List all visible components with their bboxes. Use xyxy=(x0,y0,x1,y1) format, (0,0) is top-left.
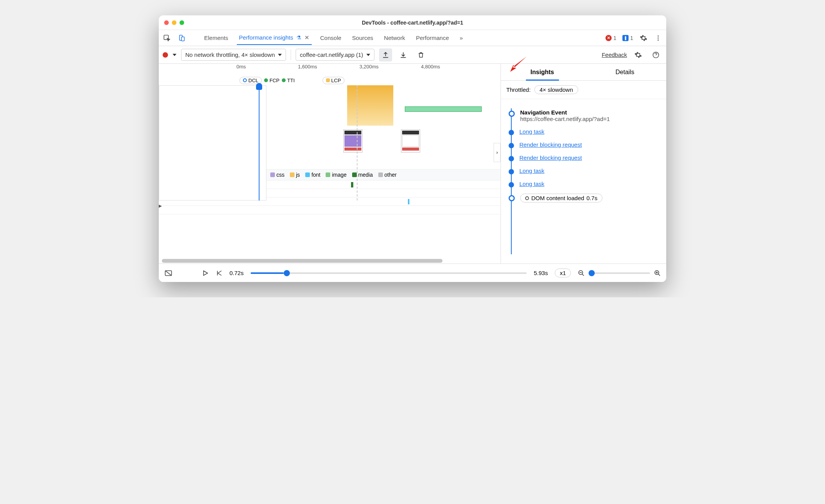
message-count: 1 xyxy=(630,35,633,41)
toolbar: No network throttling, 4× slowdown coffe… xyxy=(159,46,666,64)
bullet-icon xyxy=(509,169,514,174)
bullet-icon xyxy=(509,130,514,135)
insight-link[interactable]: Long task xyxy=(519,181,544,187)
marker-fcp[interactable]: FCP xyxy=(264,78,279,83)
panel-settings-icon[interactable] xyxy=(632,48,645,61)
tab-performance-insights[interactable]: Performance insights ⚗ ✕ xyxy=(237,31,312,45)
nav-event-title: Navigation Event xyxy=(520,109,610,116)
h-scrollbar[interactable] xyxy=(159,258,501,264)
insight-item[interactable]: Long task xyxy=(509,128,661,135)
traffic-lights xyxy=(164,20,184,25)
settings-icon[interactable] xyxy=(639,34,648,42)
insight-dcl[interactable]: DOM content loaded 0.7s xyxy=(509,194,661,202)
filmstrip-blank xyxy=(159,85,266,201)
ruler-tick: 3,200ms xyxy=(357,64,419,75)
tab-sources[interactable]: Sources xyxy=(350,32,376,45)
screenshot-thumb[interactable] xyxy=(343,129,363,153)
inspect-icon[interactable] xyxy=(163,34,171,42)
zoom-controls xyxy=(578,270,661,277)
greenblock[interactable] xyxy=(405,106,482,112)
marker-tti[interactable]: TTI xyxy=(282,78,295,83)
minimize-window-icon[interactable] xyxy=(172,20,176,25)
flask-icon: ⚗ xyxy=(296,35,301,41)
insight-item[interactable]: Render blocking request xyxy=(509,154,661,161)
record-button[interactable] xyxy=(163,52,168,58)
insight-link[interactable]: Render blocking request xyxy=(519,154,582,161)
tab-more[interactable]: » xyxy=(457,32,465,45)
target-select[interactable]: coffee-cart.netlify.app (1) xyxy=(296,49,374,61)
overview-track[interactable]: css js font image media other › xyxy=(159,85,501,201)
toggle-visibility-icon[interactable] xyxy=(164,269,173,277)
chevron-down-icon xyxy=(366,53,370,57)
chevron-down-icon xyxy=(278,53,282,57)
bullet-icon xyxy=(509,111,515,117)
bullet-icon xyxy=(509,156,514,161)
rewind-icon[interactable] xyxy=(216,270,223,277)
insight-link[interactable]: Long task xyxy=(519,167,544,174)
marker-row: DCL FCP TTI LCP xyxy=(159,75,501,85)
tab-details[interactable]: Details xyxy=(584,64,666,80)
help-icon[interactable] xyxy=(649,48,662,61)
tab-network[interactable]: Network xyxy=(382,32,408,45)
insight-navigation[interactable]: Navigation Event https://coffee-cart.net… xyxy=(509,109,661,122)
message-icon: ❚ xyxy=(622,35,629,41)
timeline-panel: 0ms 1,600ms 3,200ms 4,800ms DCL FCP TTI … xyxy=(159,64,501,264)
main-area: 0ms 1,600ms 3,200ms 4,800ms DCL FCP TTI … xyxy=(159,64,666,264)
insight-link[interactable]: Render blocking request xyxy=(519,141,582,148)
scrubber[interactable] xyxy=(251,272,527,274)
delete-button[interactable] xyxy=(414,48,427,61)
marker-lcp[interactable]: LCP xyxy=(323,77,344,84)
ruler-tick: 0ms xyxy=(234,64,296,75)
error-badge[interactable]: ✕ 1 xyxy=(605,35,616,41)
annotation-arrow-icon xyxy=(509,56,529,73)
throttle-label: Throttled: xyxy=(506,86,531,93)
svg-rect-2 xyxy=(181,37,185,41)
close-window-icon[interactable] xyxy=(164,20,169,25)
expand-sidebar-icon[interactable]: › xyxy=(494,143,501,162)
tab-elements[interactable]: Elements xyxy=(202,32,231,45)
insight-item[interactable]: Long task xyxy=(509,167,661,174)
feedback-link[interactable]: Feedback xyxy=(602,51,627,58)
marker-line xyxy=(357,85,358,201)
zoom-in-icon[interactable] xyxy=(654,270,661,277)
zoom-out-icon[interactable] xyxy=(578,270,585,277)
error-icon: ✕ xyxy=(605,35,612,41)
throttling-value: No network throttling, 4× slowdown xyxy=(185,51,275,58)
insights-list: Navigation Event https://coffee-cart.net… xyxy=(501,99,666,264)
tab-console[interactable]: Console xyxy=(318,32,344,45)
ruler-tick: 4,800ms xyxy=(419,64,480,75)
close-tab-icon[interactable]: ✕ xyxy=(304,34,309,41)
main-thread-block[interactable] xyxy=(347,85,393,126)
zoom-window-icon[interactable] xyxy=(180,20,184,25)
insight-item[interactable]: Render blocking request xyxy=(509,141,661,148)
import-button[interactable] xyxy=(397,48,410,61)
error-count: 1 xyxy=(613,35,616,41)
bullet-icon xyxy=(509,182,514,187)
target-value: coffee-cart.netlify.app (1) xyxy=(300,51,363,58)
export-button[interactable] xyxy=(379,48,392,61)
tab-performance[interactable]: Performance xyxy=(414,32,451,45)
message-badge[interactable]: ❚ 1 xyxy=(622,35,633,41)
screenshot-thumb[interactable] xyxy=(401,129,420,153)
insight-item[interactable]: Long task xyxy=(509,181,661,187)
time-end: 5.93s xyxy=(534,270,548,276)
bullet-icon xyxy=(509,143,514,148)
window-title: DevTools - coffee-cart.netlify.app/?ad=1 xyxy=(362,20,463,26)
record-menu-icon[interactable] xyxy=(173,53,176,57)
device-toolbar-icon[interactable] xyxy=(177,34,186,42)
playhead[interactable] xyxy=(259,85,259,201)
tab-label: Performance insights xyxy=(239,34,293,41)
sidebar-panel: Insights Details Throttled: 4× slowdown … xyxy=(501,64,666,264)
throttle-info: Throttled: 4× slowdown xyxy=(501,81,666,99)
expand-track-icon[interactable]: ▸ xyxy=(159,202,164,207)
throttling-select[interactable]: No network throttling, 4× slowdown xyxy=(181,49,286,61)
zoom-slider[interactable] xyxy=(589,272,650,274)
play-icon[interactable] xyxy=(202,270,209,277)
nav-event-url: https://coffee-cart.netlify.app/?ad=1 xyxy=(520,116,610,122)
svg-point-5 xyxy=(658,39,659,40)
speed-chip[interactable]: x1 xyxy=(555,269,571,277)
svg-point-4 xyxy=(658,37,659,38)
kebab-menu-icon[interactable] xyxy=(654,34,662,42)
insight-link[interactable]: Long task xyxy=(519,128,544,135)
time-ruler[interactable]: 0ms 1,600ms 3,200ms 4,800ms xyxy=(159,64,501,75)
